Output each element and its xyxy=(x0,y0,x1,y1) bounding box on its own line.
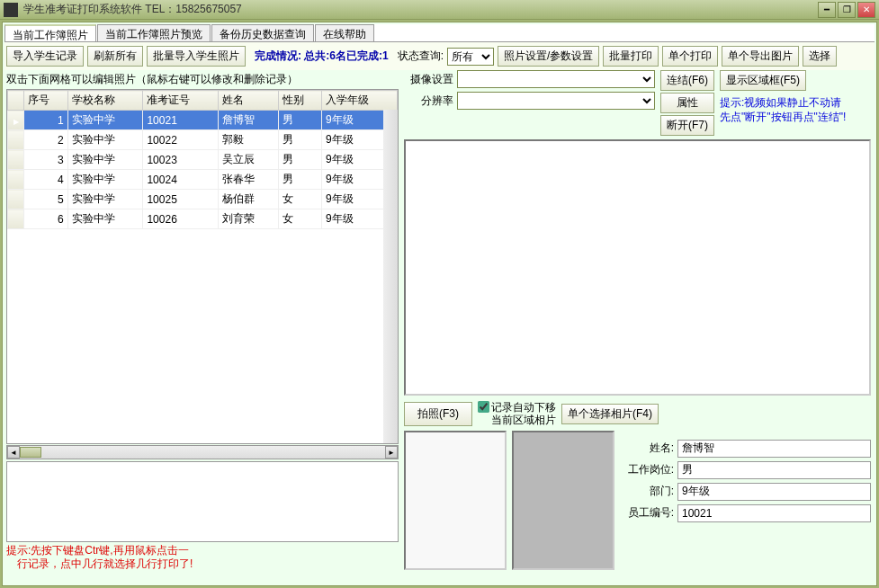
table-row[interactable]: 1实验中学10021詹博智男9年级 xyxy=(8,111,398,130)
camera-device-label: 摄像设置 xyxy=(404,72,453,87)
camera-res-label: 分辨率 xyxy=(404,94,453,109)
field-name-input[interactable] xyxy=(677,440,871,458)
field-dept-label: 部门: xyxy=(620,484,674,499)
col-header[interactable]: 序号 xyxy=(24,91,68,111)
photo-settings-button[interactable]: 照片设置/参数设置 xyxy=(498,46,599,67)
toolbar: 导入学生记录 刷新所有 批量导入学生照片 完成情况: 总共:6名已完成:1 状态… xyxy=(4,42,875,70)
field-empid-label: 员工编号: xyxy=(620,505,674,521)
tab-3[interactable]: 在线帮助 xyxy=(315,24,374,41)
show-region-button[interactable]: 显示区域框(F5) xyxy=(720,70,806,91)
window-title: 学生准考证打印系统软件 TEL：15825675057 xyxy=(23,2,818,17)
left-bottom-panel xyxy=(6,461,399,542)
status-query-label: 状态查询: xyxy=(398,49,444,64)
field-name-label: 姓名: xyxy=(620,441,674,456)
video-preview xyxy=(404,139,871,396)
single-print-button[interactable]: 单个打印 xyxy=(662,46,718,67)
grid-hscrollbar[interactable]: ◄ ► xyxy=(6,445,399,459)
field-job-input[interactable] xyxy=(677,461,871,479)
grid-hint: 双击下面网格可以编辑照片（鼠标右键可以修改和删除记录） xyxy=(6,70,399,89)
props-button[interactable]: 属性 xyxy=(660,93,714,113)
col-header[interactable]: 学校名称 xyxy=(67,91,143,111)
scroll-thumb[interactable] xyxy=(20,447,41,458)
select-button[interactable]: 选择 xyxy=(803,46,837,67)
batch-print-button[interactable]: 批量打印 xyxy=(603,46,659,67)
tabbar: 当前工作簿照片当前工作簿照片预览备份历史数据查询在线帮助 xyxy=(4,24,875,42)
field-empid-input[interactable] xyxy=(677,504,871,522)
col-header[interactable]: 性别 xyxy=(278,91,322,111)
minimize-button[interactable]: ━ xyxy=(818,2,836,18)
student-grid[interactable]: 序号学校名称准考证号姓名性别入学年级 1实验中学10021詹博智男9年级2实验中… xyxy=(6,89,399,444)
tab-0[interactable]: 当前工作簿照片 xyxy=(4,24,96,41)
single-select-photo-button[interactable]: 单个选择相片(F4) xyxy=(561,404,659,424)
auto-move-label: 记录自动下移当前区域相片 xyxy=(491,401,556,427)
tab-2[interactable]: 备份历史数据查询 xyxy=(211,24,314,41)
auto-move-checkbox[interactable] xyxy=(478,401,489,413)
take-photo-button[interactable]: 拍照(F3) xyxy=(404,402,472,426)
scroll-left-arrow[interactable]: ◄ xyxy=(7,446,20,459)
refresh-button[interactable]: 刷新所有 xyxy=(87,46,143,67)
app-icon xyxy=(4,3,18,17)
camera-res-select[interactable] xyxy=(457,92,655,110)
titlebar: 学生准考证打印系统软件 TEL：15825675057 ━ ❐ ✕ xyxy=(0,0,879,20)
red-hint: 提示:先按下键盘Ctr键,再用鼠标点击一 行记录，点中几行就选择几行打印了! xyxy=(6,542,399,574)
photo-slot-1 xyxy=(404,431,507,570)
table-row[interactable]: 5实验中学10025杨伯群女9年级 xyxy=(8,190,398,209)
disconnect-button[interactable]: 断开(F7) xyxy=(660,115,714,136)
col-header[interactable]: 准考证号 xyxy=(143,91,219,111)
col-header[interactable]: 入学年级 xyxy=(322,91,398,111)
tab-1[interactable]: 当前工作簿照片预览 xyxy=(97,24,211,41)
status-text: 完成情况: 总共:6名已完成:1 xyxy=(255,49,389,64)
grid-vscrollbar[interactable] xyxy=(383,110,398,443)
field-job-label: 工作岗位: xyxy=(620,462,674,477)
scroll-right-arrow[interactable]: ► xyxy=(385,446,398,459)
field-dept-input[interactable] xyxy=(677,483,871,501)
maximize-button[interactable]: ❐ xyxy=(838,2,856,18)
connect-button[interactable]: 连结(F6) xyxy=(660,70,714,91)
table-row[interactable]: 4实验中学10024张春华男9年级 xyxy=(8,170,398,190)
table-row[interactable]: 3实验中学10023吴立辰男9年级 xyxy=(8,150,398,170)
camera-hint: 提示:视频如果静止不动请先点"断开"按钮再点"连结"! xyxy=(720,96,846,124)
single-export-button[interactable]: 单个导出图片 xyxy=(722,46,799,67)
batch-import-button[interactable]: 批量导入学生照片 xyxy=(147,46,246,67)
table-row[interactable]: 6实验中学10026刘育荣女9年级 xyxy=(8,209,398,229)
close-button[interactable]: ✕ xyxy=(857,2,875,18)
status-query-select[interactable]: 所有 xyxy=(447,48,494,66)
col-header[interactable]: 姓名 xyxy=(219,91,278,111)
table-row[interactable]: 2实验中学10022郭毅男9年级 xyxy=(8,130,398,150)
import-button[interactable]: 导入学生记录 xyxy=(6,46,84,67)
camera-device-select[interactable] xyxy=(457,70,655,88)
photo-slot-2 xyxy=(512,431,614,570)
